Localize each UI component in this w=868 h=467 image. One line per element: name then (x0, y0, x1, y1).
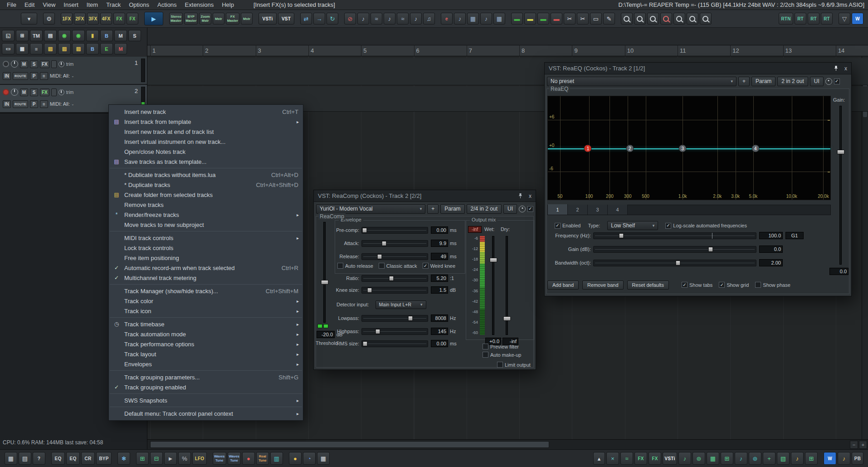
tcp-grid-btn-0-5[interactable]: ◉ (72, 30, 85, 41)
ctx-item-multichannel-track-metering[interactable]: ✓Multichannel track metering (109, 273, 303, 283)
tcp-grid-btn-1-2[interactable]: ≡ (30, 43, 43, 54)
ctx-item-remove-tracks[interactable]: Remove tracks (109, 200, 303, 210)
tb-nav-icon-0[interactable]: ⇄ (300, 13, 312, 25)
ctx-item-save-tracks-as-track-template[interactable]: ▤Save tracks as track template... (109, 157, 303, 167)
tb-fx-chains-fx-4[interactable]: FX (113, 13, 125, 25)
reaeq-graph[interactable]: 501002003005001.0k2.0k3.0k5.0k10.0k20.0k… (547, 96, 831, 200)
menu-view[interactable]: View (39, 1, 59, 9)
bt-monitor-fx-eq-0[interactable]: EQ (51, 452, 65, 465)
ctx-item-lock-track-controls[interactable]: Lock track controls (109, 243, 303, 253)
mute-button[interactable]: M (20, 88, 28, 96)
ctx-item-duplicate-tracks[interactable]: * Duplicate tracksCtrl+Alt+Shift+D (109, 180, 303, 190)
tb-edit-tools-icon-7[interactable]: ✎ (603, 13, 615, 25)
menu-edit[interactable]: Edit (20, 1, 39, 9)
ctx-item-insert-new-track[interactable]: Insert new trackCtrl+T (109, 107, 303, 117)
bt-actions-right-icon-15[interactable]: ⊞ (805, 452, 818, 465)
tcp-grid-btn-1-7[interactable]: E (100, 43, 113, 54)
bt-far-right-icon-1[interactable]: ♪ (838, 452, 850, 465)
ctx-item-track-timebase[interactable]: ◷Track timebase▸ (109, 319, 303, 329)
menu-options[interactable]: Options (125, 1, 153, 9)
fx-button[interactable]: FX (40, 88, 49, 96)
reacomp-pre-comp-value[interactable]: 0.00 (431, 226, 448, 234)
tb-edit-tools-icon-0[interactable]: ▬ (511, 13, 523, 25)
threshold-fader[interactable] (323, 222, 326, 323)
reaeq-show-grid-checkbox[interactable]: ✓Show grid (719, 282, 749, 288)
tb-rt-rt-1[interactable]: RT (795, 13, 806, 25)
input-button[interactable]: IN (3, 72, 11, 80)
tb-edit-tools-icon-5[interactable]: ✂ (577, 13, 589, 25)
reacomp-limit-output-checkbox[interactable]: Limit output (497, 362, 531, 368)
band-tab-4[interactable]: 4 (608, 205, 628, 215)
ctx-item-default-menu-track-control-panel-context[interactable]: Default menu: Track control panel contex… (109, 408, 303, 418)
tb-zoom-icon-0[interactable] (621, 13, 633, 25)
tb-zoom-icon-2[interactable] (647, 13, 659, 25)
tb-master-sends-icon-3[interactable]: Mstr (213, 13, 224, 25)
bt-actions-right-icon-13[interactable]: ▧ (777, 452, 790, 465)
bt-docker-icon-0[interactable]: ▦ (5, 452, 17, 465)
tb-fx-chains-fx-5[interactable]: FX (127, 13, 138, 25)
bt-actions-right-icon-14[interactable]: ♪ (791, 452, 804, 465)
reaeq-show-tabs-checkbox[interactable]: ✓Show tabs (682, 282, 712, 288)
route-button[interactable]: ROUTE (13, 72, 28, 80)
tb-misc-right-w-1[interactable]: W (852, 13, 863, 25)
menu-insert[interactable]: Insert (59, 1, 83, 9)
bt-docker-item-2[interactable]: ? (33, 452, 45, 465)
tb-zoom-icon-3[interactable] (660, 13, 672, 25)
eq-band-4[interactable]: 4 (751, 145, 759, 152)
bt-routing-icon-2[interactable]: ► (164, 452, 177, 465)
track-menu-button[interactable]: ≡ (40, 72, 48, 80)
reacomp-highpass-slider[interactable] (361, 328, 428, 335)
ctx-item-insert-track-from-template[interactable]: ▤Insert track from template▸ (109, 117, 303, 127)
add-band-button[interactable]: Add band (547, 280, 579, 290)
bt-actions-right-fx-3[interactable]: FX (634, 452, 647, 465)
dry-fader[interactable] (506, 236, 508, 335)
band-tab-2[interactable]: 2 (568, 205, 588, 215)
bt-far-right-w-0[interactable]: W (824, 452, 836, 465)
solo-button[interactable]: S (30, 88, 38, 96)
bt-pitch-tools-icon-4[interactable]: ▥ (270, 452, 283, 465)
reaeq-show-phase-checkbox[interactable]: Show phase (755, 282, 790, 288)
fx-bypass-button[interactable] (51, 60, 57, 68)
menu-item[interactable]: Item (83, 1, 102, 9)
tb-fx-chains-2fx-1[interactable]: 2FX (74, 13, 86, 25)
reacomp-attack-slider[interactable] (361, 240, 428, 247)
tb-rt-rt-2[interactable]: RT (808, 13, 819, 25)
remove-band-button[interactable]: Remove band (582, 280, 624, 290)
ctx-item-render-freeze-tracks[interactable]: *Render/freeze tracks▸ (109, 210, 303, 220)
reacomp-lowpass-value[interactable]: 8008 (431, 315, 448, 322)
tb-fx-chains-3fx-2[interactable]: 3FX (87, 13, 99, 25)
bt-actions-right-icon-12[interactable]: + (763, 452, 775, 465)
ctx-item-open-close-notes-track[interactable]: Open/close Notes track (109, 147, 303, 157)
monitor-button[interactable]: P (30, 72, 38, 80)
tcp-grid-btn-0-0[interactable]: ◱ (2, 30, 15, 41)
ctx-item-track-automation-mode[interactable]: Track automation mode▸ (109, 329, 303, 339)
reaeq-bandwidth-oct-value[interactable]: 2.00 (759, 259, 783, 266)
bt-pitch-tools-icon-1[interactable]: WavesTune (228, 452, 241, 465)
tb-midi-tools-icon-1[interactable]: ♪ (454, 13, 466, 25)
tb-master-sends-icon-5[interactable]: Mstr (241, 13, 253, 25)
menu-track[interactable]: Track (102, 1, 125, 9)
menu-extensions[interactable]: Extensions (181, 1, 218, 9)
tcp-grid-btn-1-0[interactable]: ▭ (2, 43, 15, 54)
volume-knob[interactable] (11, 60, 18, 68)
bt-routing-icon-0[interactable]: ⊞ (136, 452, 149, 465)
tcp-grid-btn-0-4[interactable]: ◉ (58, 30, 71, 41)
tb-zoom-icon-4[interactable] (673, 13, 685, 25)
detector-dropdown[interactable]: Main Input L+R▾ (375, 300, 426, 309)
zoom-in-button[interactable]: + (859, 441, 867, 449)
bt-actions-right-icon-0[interactable]: ▴ (593, 452, 605, 465)
tb-fx-chains-4fx-3[interactable]: 4FX (100, 13, 112, 25)
bt-routing-icon-1[interactable]: ⊟ (150, 452, 163, 465)
ctx-item-free-item-positioning[interactable]: Free item positioning (109, 253, 303, 263)
tb-zoom-icon-1[interactable] (634, 13, 646, 25)
eq-band-2[interactable]: 2 (626, 145, 634, 152)
tb-vst-vsti-0[interactable]: VSTi (258, 13, 277, 25)
reacomp-auto-make-up-checkbox[interactable]: Auto make-up (483, 352, 521, 358)
bt-monitor-fx-cr-2[interactable]: CR (81, 452, 95, 465)
tb-edit-tools-icon-1[interactable]: ▬ (524, 13, 536, 25)
threshold-value[interactable]: -20.0 (317, 331, 335, 338)
reset-defaults-button[interactable]: Reset defaults (627, 280, 669, 290)
reacomp-lowpass-slider[interactable] (361, 315, 428, 322)
ctx-item-envelopes[interactable]: Envelopes▸ (109, 359, 303, 369)
reaeq-log-scale-automated-frequencies-checkbox[interactable]: ✓Log-scale automated frequencies (665, 223, 747, 229)
